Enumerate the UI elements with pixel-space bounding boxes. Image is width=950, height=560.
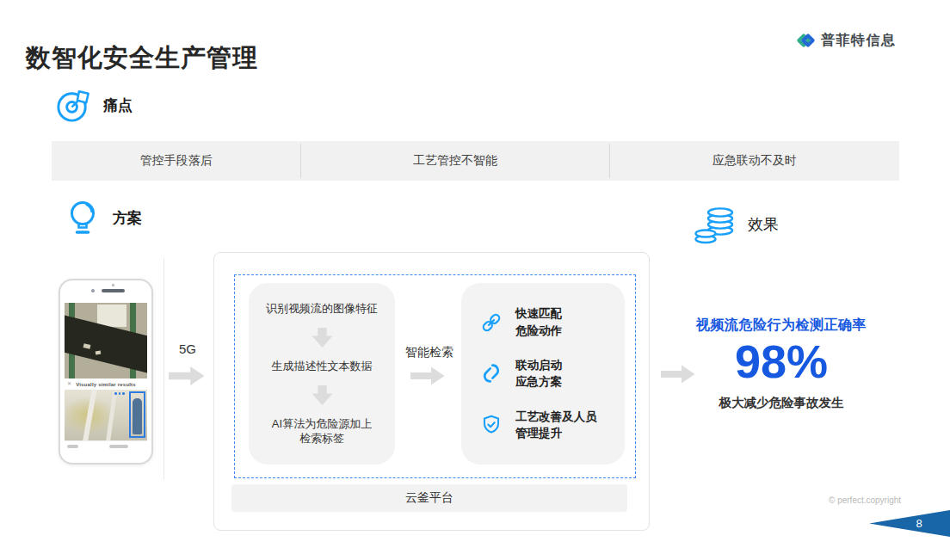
outcome-1-line1: 快速匹配 <box>515 305 562 323</box>
phone-photo-conveyor <box>65 303 147 378</box>
outcome-2-line1: 联动启动 <box>515 357 562 374</box>
section-pain-label: 痛点 <box>103 95 133 115</box>
page-number: 8 <box>910 517 928 530</box>
vertical-divider <box>163 258 164 480</box>
step-3: AI算法为危险源加上 检索标签 <box>272 416 372 446</box>
arrow-down-icon <box>312 385 333 405</box>
smart-search-label: 智能检索 <box>395 345 464 360</box>
outcome-2-line2: 应急方案 <box>515 373 562 391</box>
close-icon[interactable]: ✕ <box>67 381 71 386</box>
pain-item: 应急联动不及时 <box>610 141 899 181</box>
page-title: 数智化安全生产管理 <box>26 41 258 76</box>
phone-footer-bar <box>65 440 147 451</box>
step-2: 生成描述性文本数据 <box>272 359 373 374</box>
outcome-row: 联动启动 应急方案 <box>480 357 618 391</box>
pain-item: 管控手段落后 <box>52 141 300 181</box>
arrow-right-5g-icon <box>169 366 205 386</box>
arrow-right-search-icon <box>410 366 445 385</box>
section-effect-header: 效果 <box>694 204 779 245</box>
step-3-line1: AI算法为危险源加上 <box>272 416 372 432</box>
footer-label-placeholder <box>67 445 78 448</box>
photo-chunk <box>96 351 101 355</box>
logo-diamonds-icon <box>799 28 813 53</box>
arrow-down-icon <box>312 328 333 348</box>
outcome-3-line1: 工艺改善及人员 <box>515 409 597 426</box>
outcome-text: 快速匹配 危险动作 <box>515 305 562 339</box>
section-pain-header: 痛点 <box>53 85 133 126</box>
phone-camera-icon <box>91 289 95 292</box>
step-1-line: 识别视频流的图像特征 <box>266 301 378 317</box>
section-effect-label: 效果 <box>748 214 779 235</box>
detection-dots <box>114 392 125 395</box>
outcome-text: 工艺改善及人员 管理提升 <box>515 409 597 442</box>
footer-label-placeholder <box>109 445 128 448</box>
result-block: 视频流危险行为检测正确率 98% 极大减少危险事故发生 <box>683 317 879 411</box>
pain-points-bar: 管控手段落后 工艺管控不智能 应急联动不及时 <box>52 141 899 181</box>
section-solution-label: 方案 <box>113 208 142 228</box>
platform-panel: 识别视频流的图像特征 生成描述性文本数据 AI算法为危险源加上 检索标签 智能检… <box>213 252 650 531</box>
phone-sensor-icon <box>112 284 114 286</box>
outcome-text: 联动启动 应急方案 <box>515 357 562 391</box>
coins-icon <box>694 204 738 245</box>
outcome-3-line2: 管理提升 <box>515 425 597 442</box>
step-1: 识别视频流的图像特征 <box>266 301 378 317</box>
copyright-text: © perfect.copyright <box>829 495 901 505</box>
ai-steps-box: 识别视频流的图像特征 生成描述性文本数据 AI算法为危险源加上 检索标签 <box>249 283 395 465</box>
detected-person <box>133 398 142 434</box>
network-label: 5G <box>169 342 207 356</box>
result-description: 极大减少危险事故发生 <box>683 395 879 411</box>
shield-check-icon <box>480 414 503 436</box>
photo-window <box>97 305 126 327</box>
link-icon <box>480 311 503 334</box>
slide: 数智化安全生产管理 普菲特信息 痛点 管控手段落后 工艺管控不智能 应急联动不及… <box>0 0 950 560</box>
detection-bounding-box <box>129 391 145 438</box>
outcome-1-line2: 危险动作 <box>515 323 562 340</box>
phone-screen: ✕ Visually similar results <box>65 303 147 451</box>
logo-text: 普菲特信息 <box>821 32 897 50</box>
result-value: 98% <box>683 338 879 385</box>
phone-mockup: ✕ Visually similar results <box>59 279 153 465</box>
company-logo: 普菲特信息 <box>799 28 897 53</box>
sync-icon <box>480 362 503 385</box>
outcome-row: 快速匹配 危险动作 <box>480 305 618 339</box>
outcomes-box: 快速匹配 危险动作 联动启动 应急方案 <box>461 283 625 465</box>
step-3-line2: 检索标签 <box>272 431 372 446</box>
phone-speaker-icon <box>102 289 125 292</box>
phone-caption-text: Visually similar results <box>76 382 136 387</box>
result-headline: 视频流危险行为检测正确率 <box>683 317 879 335</box>
step-2-line: 生成描述性文本数据 <box>272 359 373 374</box>
target-dart-icon <box>53 85 94 126</box>
page-number-triangle: 8 <box>869 510 950 537</box>
platform-name-bar: 云釜平台 <box>231 484 627 512</box>
pain-item: 工艺管控不智能 <box>301 141 608 181</box>
outcome-row: 工艺改善及人员 管理提升 <box>480 409 618 442</box>
section-solution-header: 方案 <box>62 197 142 238</box>
phone-photo-factory <box>65 390 147 440</box>
lightbulb-icon <box>62 197 103 238</box>
phone-caption-bar: ✕ Visually similar results <box>65 378 147 390</box>
